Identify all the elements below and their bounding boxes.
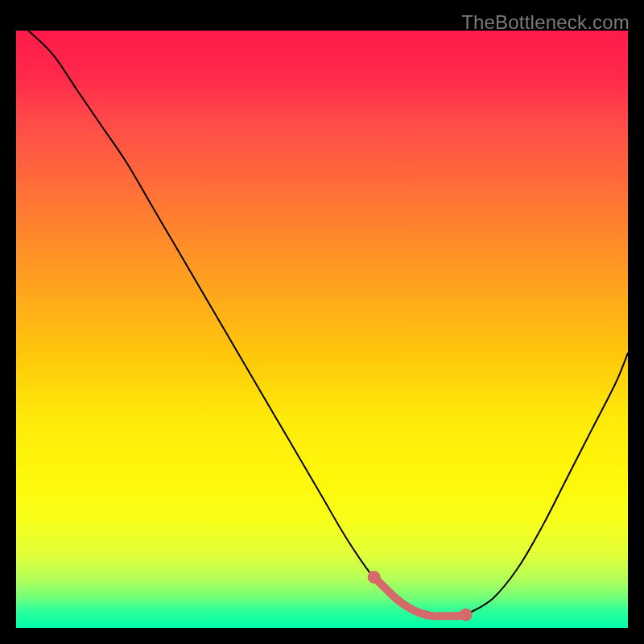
series-layer [28,31,628,617]
highlight-dot-right [460,609,473,621]
chart-area [14,31,630,630]
highlight-segment [374,577,466,617]
highlight-dot-left [368,571,381,584]
bottleneck-curve [28,31,628,617]
bottleneck-chart [16,31,628,628]
